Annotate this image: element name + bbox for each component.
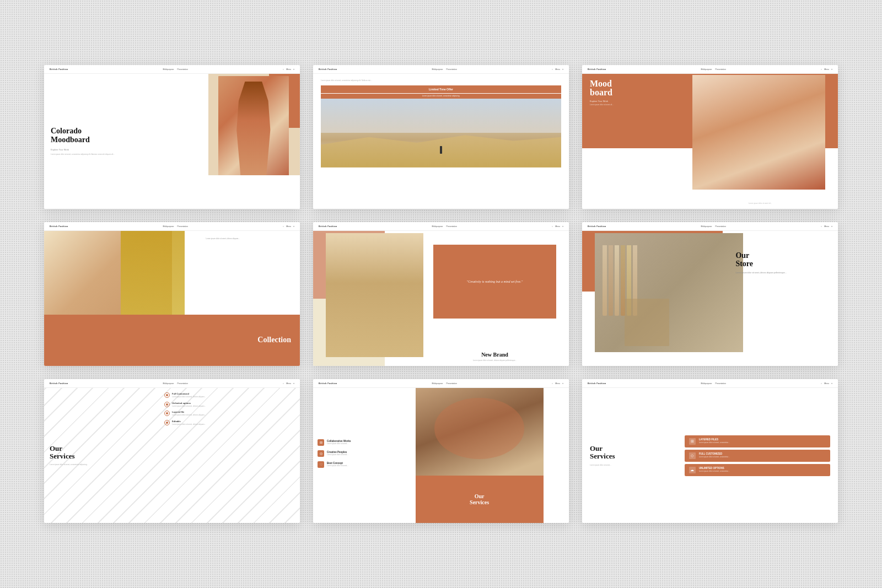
nav-bar-7: British Fashion Multipurpose Presentatio… <box>44 379 300 388</box>
menu-icon-9: ≡ <box>831 382 832 385</box>
nav-brand-1: British Fashion <box>50 68 68 71</box>
card-text-3: UNLIMITED OPTIONS Lorem ipsum dolor sit … <box>699 467 730 472</box>
center-photo-8 <box>416 388 544 489</box>
slide-1-content: ColoradoMoodboard Explore Your Work Lore… <box>44 74 300 209</box>
search-icon: ○ <box>283 68 284 71</box>
slide-7-content: OurServices Lorem ipsum dolor sit amet, … <box>44 388 300 523</box>
slide-8-content: ⊞ Collaborative Works Lorem ipsum dolor … <box>313 388 569 523</box>
services-main-title-9: OurServices <box>590 445 679 461</box>
search-icon-8: ○ <box>552 382 553 385</box>
hanger-3 <box>615 245 619 316</box>
offer-banner: Limited Time Offer <box>321 85 561 93</box>
slide-4: British Fashion Multipurpose Presentatio… <box>44 222 300 366</box>
search-icon-5: ○ <box>552 225 553 228</box>
slide-7: British Fashion Multipurpose Presentatio… <box>44 379 300 523</box>
nav-icons-4: ○ Menu ≡ <box>283 225 294 228</box>
slides-grid: British Fashion Multipurpose Presentatio… <box>0 32 882 556</box>
collection-title: Collection <box>257 336 291 344</box>
slide-5: British Fashion Multipurpose Presentatio… <box>313 222 569 366</box>
services-title-7: OurServices <box>50 445 88 461</box>
slide-6-right: OurStore Lorem ipsum dolor sit amet, ult… <box>735 251 825 274</box>
slide-1: British Fashion Multipurpose Presentatio… <box>44 65 300 209</box>
search-icon-6: ○ <box>821 225 822 228</box>
explore-label-3: Explore Your Work <box>590 100 614 103</box>
menu-icon: ≡ <box>293 68 294 71</box>
brand-label: New Brand Lorem ipsum dolor sit amet, ul… <box>433 352 556 362</box>
slide-5-content: "Creativity is nothing but a mind set fr… <box>313 231 569 366</box>
slide-3-title-area: Moodboard Explore Your Work Lorem ipsum … <box>590 79 614 106</box>
slide-2: British Fashion Multipurpose Presentatio… <box>313 65 569 209</box>
slide-1-title: ColoradoMoodboard <box>51 127 153 144</box>
slide-3: British Fashion Multipurpose Presentatio… <box>582 65 838 209</box>
nav-icons-2: ○ Menu ≡ <box>552 68 563 71</box>
nav-brand-7: British Fashion <box>50 382 68 385</box>
menu-icon-4: ≡ <box>293 225 294 228</box>
slide-6-content: OurStore Lorem ipsum dolor sit amet, ult… <box>582 231 838 366</box>
mood-title: Moodboard <box>590 79 614 97</box>
slide-2-top-text: Lorem ipsum dolor sit amet, consectetur … <box>321 79 561 82</box>
clothes-rack <box>603 245 736 346</box>
service-item-2: Unlimited options Lorem ipsum dolor sit … <box>164 402 279 408</box>
service-row-3-text: Best Concept Lorem ipsum dolor sit amet.… <box>327 462 348 467</box>
nav-bar-8: British Fashion Multipurpose Presentatio… <box>313 379 569 388</box>
nav-bar-1: British Fashion Multipurpose Presentatio… <box>44 65 300 74</box>
offer-sub: Lorem ipsum dolor sit amet, consectetur … <box>321 94 561 99</box>
search-icon-9: ○ <box>821 382 822 385</box>
nav-bar-2: British Fashion Multipurpose Presentatio… <box>313 65 569 74</box>
explore-text-3: Lorem ipsum dolor sit amet ult... <box>590 104 614 106</box>
nav-brand-5: British Fashion <box>319 225 337 228</box>
brand-sub: Lorem ipsum dolor sit amet, ultrices ali… <box>433 359 556 362</box>
nav-brand-6: British Fashion <box>588 225 606 228</box>
service-icon-4 <box>164 420 170 425</box>
service-sq-icon-2: ◎ <box>318 450 324 457</box>
nav-icons-9: ○ Menu ≡ <box>821 382 832 385</box>
menu-icon-2: ≡ <box>562 68 563 71</box>
nav-links-9: Multipurpose Presentation <box>701 382 726 385</box>
card-text-1: LAYERED FILES Lorem ipsum dolor sit amet… <box>699 438 730 444</box>
slide-1-body: Lorem ipsum dolor sit amet, consectetur … <box>51 153 153 156</box>
services-main-desc-9: Lorem ipsum dolor sit amet... <box>590 464 679 467</box>
service-text-4: Editable Lorem ipsum dolor sit amet, ult… <box>172 420 206 426</box>
service-item-3: Layered file Lorem ipsum dolor sit amet,… <box>164 411 279 417</box>
our-services-text-8: OurServices <box>470 493 489 505</box>
desert-image <box>321 99 561 168</box>
nav-links-1: Multipurpose Presentation <box>163 68 188 71</box>
menu-icon-3: ≡ <box>831 68 832 71</box>
service-card-2: ◇ FULL CUSTOMIZED Lorem ipsum dolor sit … <box>685 450 830 462</box>
service-card-1: ⊞ LAYERED FILES Lorem ipsum dolor sit am… <box>685 435 830 447</box>
brand-title: New Brand <box>433 352 556 358</box>
desert-sky <box>321 99 561 133</box>
nav-bar-3: British Fashion Multipurpose Presentatio… <box>582 65 838 74</box>
service-text-2: Unlimited options Lorem ipsum dolor sit … <box>172 402 206 408</box>
model-silhouette-1 <box>233 82 275 179</box>
service-row-1-text: Collaborative Works Lorem ipsum dolor si… <box>327 440 351 445</box>
nav-icons-5: ○ Menu ≡ <box>552 225 563 228</box>
search-icon-3: ○ <box>821 68 822 71</box>
search-icon-7: ○ <box>283 382 284 385</box>
figure-small <box>440 146 442 154</box>
service-item-4: Editable Lorem ipsum dolor sit amet, ult… <box>164 420 279 426</box>
store-sub: Lorem ipsum dolor sit amet, ultrices ali… <box>735 272 825 274</box>
right-text-3: Lorem ipsum dolor sit amet ult... <box>749 202 825 205</box>
service-sq-icon-1: ⊞ <box>318 439 324 446</box>
service-icon-2 <box>164 402 170 407</box>
service-card-3: ☁ UNLIMITED OPTIONS Lorem ipsum dolor si… <box>685 464 830 476</box>
nav-bar-5: British Fashion Multipurpose Presentatio… <box>313 222 569 231</box>
quote-box: "Creativity is nothing but a mind set fr… <box>433 245 556 319</box>
card-icon-2: ◇ <box>689 452 696 459</box>
services-sub-7: Lorem ipsum dolor sit amet, consectetur … <box>50 464 88 467</box>
menu-icon-6: ≡ <box>831 225 832 228</box>
nav-icons-3: ○ Menu ≡ <box>821 68 832 71</box>
nav-brand-9: British Fashion <box>588 382 606 385</box>
orange-bottom-right: OurServices <box>416 476 544 523</box>
model-photo-5 <box>326 233 423 357</box>
menu-icon-8: ≡ <box>562 382 563 385</box>
slide-1-subtitle: Explore Your Work <box>51 148 153 151</box>
slide-9-content: OurServices Lorem ipsum dolor sit amet..… <box>582 388 838 523</box>
service-text-1: Full Customized Lorem ipsum dolor sit am… <box>172 392 206 398</box>
nav-brand-3: British Fashion <box>588 68 606 71</box>
service-row-3: ♡ Best Concept Lorem ipsum dolor sit ame… <box>318 461 415 468</box>
nav-links-7: Multipurpose Presentation <box>163 382 188 385</box>
nav-bar-4: British Fashion Multipurpose Presentatio… <box>44 222 300 231</box>
hanger-1 <box>603 245 607 316</box>
